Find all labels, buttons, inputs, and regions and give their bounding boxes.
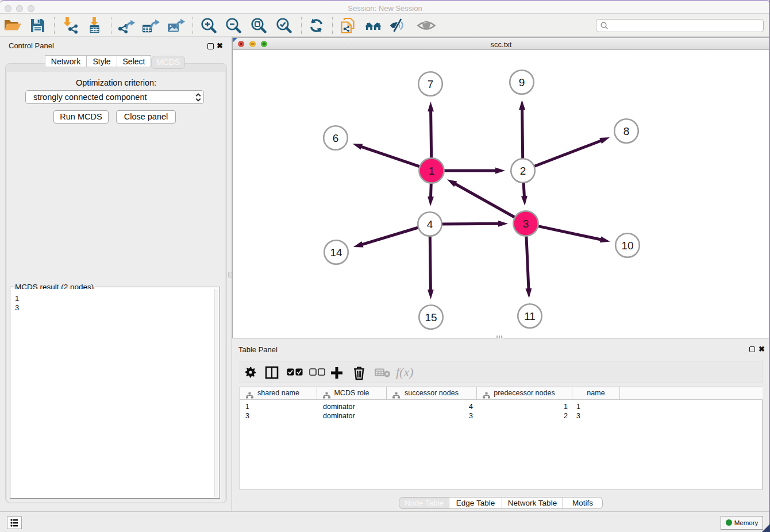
svg-text:2: 2 [520, 165, 526, 177]
svg-text:6: 6 [333, 132, 339, 144]
svg-text:1: 1 [429, 165, 435, 177]
svg-text:14: 14 [330, 246, 342, 259]
svg-text:8: 8 [623, 125, 630, 137]
svg-text:7: 7 [428, 78, 434, 90]
svg-text:11: 11 [524, 310, 536, 322]
svg-text:9: 9 [519, 76, 525, 88]
svg-text:10: 10 [621, 240, 633, 252]
svg-text:15: 15 [425, 311, 437, 323]
svg-text:3: 3 [523, 218, 529, 230]
svg-text:4: 4 [427, 218, 433, 230]
